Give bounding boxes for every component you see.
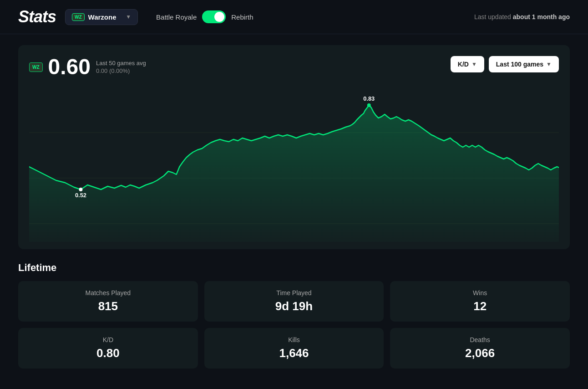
battle-royale-label: Battle Royale xyxy=(156,13,197,21)
chart-controls: K/D ▼ Last 100 games ▼ xyxy=(451,56,559,72)
stat-value: 815 xyxy=(98,299,118,313)
chevron-down-icon: ▼ xyxy=(126,14,131,20)
chart-change: 0.00 (0.00%) xyxy=(96,67,146,74)
stat-label: Deaths xyxy=(470,336,490,343)
games-button-label: Last 100 games xyxy=(496,61,543,68)
stat-card-kills: Kills1,646 xyxy=(204,328,384,369)
kd-button-label: K/D xyxy=(458,61,469,68)
toggle-track xyxy=(202,10,226,23)
games-button[interactable]: Last 100 games ▼ xyxy=(489,56,559,72)
stat-label: K/D xyxy=(103,336,113,343)
stat-card-wins: Wins12 xyxy=(390,281,570,322)
stat-card-time-played: Time Played9d 19h xyxy=(204,281,384,322)
stat-value: 9d 19h xyxy=(275,299,313,313)
game-selector-label: Warzone xyxy=(88,13,122,21)
mode-toggle-switch[interactable] xyxy=(202,10,226,23)
toggle-thumb xyxy=(214,12,224,22)
chart-svg: 0.83 0.52 xyxy=(29,87,559,242)
app-logo: Stats xyxy=(18,7,56,26)
last-updated-prefix: Last updated xyxy=(474,13,511,20)
chart-header: WZ 0.60 Last 50 games avg 0.00 (0.00%) K… xyxy=(29,56,559,78)
stat-label: Time Played xyxy=(276,289,311,297)
chart-wz-badge: WZ xyxy=(29,62,43,72)
chart-avg-label: Last 50 games avg xyxy=(96,60,146,67)
lifetime-title: Lifetime xyxy=(18,262,570,274)
kd-chevron-icon: ▼ xyxy=(471,61,477,67)
stat-value: 12 xyxy=(473,299,487,313)
chart-card: WZ 0.60 Last 50 games avg 0.00 (0.00%) K… xyxy=(18,45,570,249)
chart-kd-value: 0.60 xyxy=(48,56,91,78)
svg-point-3 xyxy=(367,103,371,107)
stats-grid: Matches Played815Time Played9d 19hWins12… xyxy=(18,281,570,369)
games-chevron-icon: ▼ xyxy=(546,61,552,67)
stat-label: Kills xyxy=(288,336,300,343)
svg-point-5 xyxy=(79,188,82,191)
stat-label: Wins xyxy=(473,289,487,297)
stat-value: 0.80 xyxy=(96,346,120,360)
svg-text:0.52: 0.52 xyxy=(75,192,86,199)
rebirth-label: Rebirth xyxy=(231,13,253,21)
svg-text:0.83: 0.83 xyxy=(363,95,375,102)
main-content: WZ 0.60 Last 50 games avg 0.00 (0.00%) K… xyxy=(0,34,588,379)
stat-value: 1,646 xyxy=(279,346,309,360)
chart-kd-subtitle: Last 50 games avg 0.00 (0.00%) xyxy=(96,60,146,74)
chart-container: 0.83 0.52 xyxy=(29,87,559,242)
stat-card-k-d: K/D0.80 xyxy=(18,328,198,369)
header: Stats WZ Warzone ▼ Battle Royale Rebirth… xyxy=(0,0,588,34)
stat-card-matches-played: Matches Played815 xyxy=(18,281,198,322)
mode-toggle: Battle Royale Rebirth xyxy=(156,10,253,23)
wz-badge: WZ xyxy=(72,13,85,21)
stat-value: 2,066 xyxy=(465,346,495,360)
stat-label: Matches Played xyxy=(86,289,131,297)
kd-button[interactable]: K/D ▼ xyxy=(451,56,484,72)
chart-kd-info: WZ 0.60 Last 50 games avg 0.00 (0.00%) xyxy=(29,56,146,78)
stat-card-deaths: Deaths2,066 xyxy=(390,328,570,369)
last-updated-value: about 1 month ago xyxy=(513,13,570,20)
game-selector[interactable]: WZ Warzone ▼ xyxy=(65,9,138,25)
last-updated: Last updated about 1 month ago xyxy=(474,13,570,20)
